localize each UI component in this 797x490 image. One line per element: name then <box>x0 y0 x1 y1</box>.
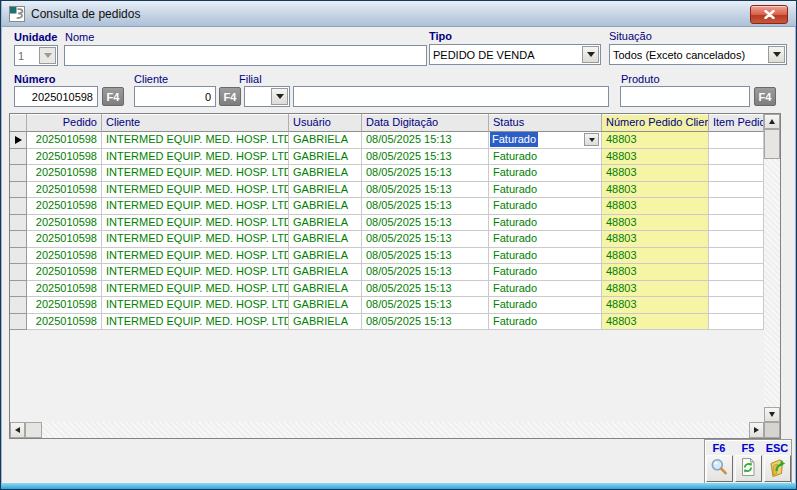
cell-usuario[interactable]: GABRIELA <box>289 132 362 149</box>
cell-usuario[interactable]: GABRIELA <box>289 182 362 199</box>
cell-usuario[interactable]: GABRIELA <box>289 149 362 166</box>
cell-numero_pedido_cliente[interactable]: 48803 <box>602 281 709 298</box>
cell-cliente[interactable]: INTERMED EQUIP. MED. HOSP. LTDA <box>102 297 289 314</box>
cell-item_pedido[interactable] <box>709 198 764 215</box>
cell-numero_pedido_cliente[interactable]: 48803 <box>602 314 709 331</box>
horizontal-scroll-thumb[interactable] <box>25 422 42 438</box>
cell-status[interactable]: Faturado <box>489 231 602 248</box>
scroll-down-icon[interactable] <box>764 407 780 422</box>
column-header-data_digitacao[interactable]: Data Digitação <box>362 114 489 132</box>
cell-cliente[interactable]: INTERMED EQUIP. MED. HOSP. LTDA <box>102 231 289 248</box>
column-header-item_pedido[interactable]: Item Pedido <box>709 114 764 132</box>
cell-data_digitacao[interactable]: 08/05/2025 15:13 <box>362 165 489 182</box>
cell-data_digitacao[interactable]: 08/05/2025 15:13 <box>362 132 489 149</box>
table-row[interactable]: 2025010598INTERMED EQUIP. MED. HOSP. LTD… <box>10 198 764 215</box>
cell-numero_pedido_cliente[interactable]: 48803 <box>602 182 709 199</box>
cell-cliente[interactable]: INTERMED EQUIP. MED. HOSP. LTDA <box>102 264 289 281</box>
row-indicator[interactable] <box>10 215 27 232</box>
cell-pedido[interactable]: 2025010598 <box>27 215 102 232</box>
table-row[interactable]: 2025010598INTERMED EQUIP. MED. HOSP. LTD… <box>10 149 764 166</box>
table-row[interactable]: 2025010598INTERMED EQUIP. MED. HOSP. LTD… <box>10 281 764 298</box>
cell-numero_pedido_cliente[interactable]: 48803 <box>602 215 709 232</box>
cell-usuario[interactable]: GABRIELA <box>289 281 362 298</box>
table-row[interactable]: 2025010598INTERMED EQUIP. MED. HOSP. LTD… <box>10 132 764 149</box>
produto-input[interactable] <box>620 86 750 107</box>
cell-cliente[interactable]: INTERMED EQUIP. MED. HOSP. LTDA <box>102 132 289 149</box>
cell-pedido[interactable]: 2025010598 <box>27 198 102 215</box>
cell-numero_pedido_cliente[interactable]: 48803 <box>602 231 709 248</box>
cell-pedido[interactable]: 2025010598 <box>27 297 102 314</box>
chevron-down-icon[interactable] <box>582 46 599 63</box>
cell-status[interactable]: Faturado <box>489 215 602 232</box>
column-header-usuario[interactable]: Usuário <box>289 114 362 132</box>
cell-status[interactable]: Faturado <box>489 314 602 331</box>
cell-pedido[interactable]: 2025010598 <box>27 149 102 166</box>
cell-data_digitacao[interactable]: 08/05/2025 15:13 <box>362 281 489 298</box>
table-row[interactable]: 2025010598INTERMED EQUIP. MED. HOSP. LTD… <box>10 231 764 248</box>
situacao-combo[interactable]: Todos (Exceto cancelados) <box>609 44 787 65</box>
cell-numero_pedido_cliente[interactable]: 48803 <box>602 198 709 215</box>
cell-cliente[interactable]: INTERMED EQUIP. MED. HOSP. LTDA <box>102 198 289 215</box>
cell-pedido[interactable]: 2025010598 <box>27 182 102 199</box>
cell-status[interactable]: Faturado <box>489 198 602 215</box>
cell-data_digitacao[interactable]: 08/05/2025 15:13 <box>362 314 489 331</box>
f5-button[interactable] <box>735 455 762 482</box>
filial-name-input[interactable] <box>293 86 609 107</box>
cell-item_pedido[interactable] <box>709 248 764 265</box>
cell-numero_pedido_cliente[interactable]: 48803 <box>602 297 709 314</box>
row-indicator[interactable] <box>10 165 27 182</box>
row-indicator[interactable] <box>10 297 27 314</box>
cell-item_pedido[interactable] <box>709 314 764 331</box>
cell-usuario[interactable]: GABRIELA <box>289 198 362 215</box>
cell-item_pedido[interactable] <box>709 215 764 232</box>
cell-usuario[interactable]: GABRIELA <box>289 314 362 331</box>
cliente-input[interactable] <box>134 86 216 107</box>
column-header-numero_pedido_cliente[interactable]: Número Pedido Cliente <box>602 114 709 132</box>
cell-data_digitacao[interactable]: 08/05/2025 15:13 <box>362 297 489 314</box>
cell-pedido[interactable]: 2025010598 <box>27 248 102 265</box>
produto-f4-button[interactable]: F4 <box>754 87 776 106</box>
cell-usuario[interactable]: GABRIELA <box>289 264 362 281</box>
unidade-combo[interactable]: 1 <box>14 45 58 66</box>
cell-data_digitacao[interactable]: 08/05/2025 15:13 <box>362 198 489 215</box>
vertical-scroll-thumb[interactable] <box>764 129 780 159</box>
cell-item_pedido[interactable] <box>709 281 764 298</box>
cell-data_digitacao[interactable]: 08/05/2025 15:13 <box>362 149 489 166</box>
cell-numero_pedido_cliente[interactable]: 48803 <box>602 165 709 182</box>
table-row[interactable]: 2025010598INTERMED EQUIP. MED. HOSP. LTD… <box>10 182 764 199</box>
chevron-down-icon[interactable] <box>39 47 56 64</box>
cell-status[interactable]: Faturado <box>489 264 602 281</box>
row-indicator[interactable] <box>10 231 27 248</box>
cell-data_digitacao[interactable]: 08/05/2025 15:13 <box>362 248 489 265</box>
row-indicator[interactable] <box>10 149 27 166</box>
cell-item_pedido[interactable] <box>709 182 764 199</box>
cell-item_pedido[interactable] <box>709 231 764 248</box>
row-indicator[interactable] <box>10 132 27 149</box>
cell-cliente[interactable]: INTERMED EQUIP. MED. HOSP. LTDA <box>102 281 289 298</box>
cell-status[interactable]: Faturado <box>489 297 602 314</box>
cliente-f4-button[interactable]: F4 <box>219 87 241 106</box>
table-row[interactable]: 2025010598INTERMED EQUIP. MED. HOSP. LTD… <box>10 264 764 281</box>
scroll-up-icon[interactable] <box>764 114 780 129</box>
cell-usuario[interactable]: GABRIELA <box>289 297 362 314</box>
row-indicator[interactable] <box>10 264 27 281</box>
cell-numero_pedido_cliente[interactable]: 48803 <box>602 132 709 149</box>
row-indicator[interactable] <box>10 314 27 331</box>
table-row[interactable]: 2025010598INTERMED EQUIP. MED. HOSP. LTD… <box>10 297 764 314</box>
cell-numero_pedido_cliente[interactable]: 48803 <box>602 149 709 166</box>
cell-item_pedido[interactable] <box>709 264 764 281</box>
cell-cliente[interactable]: INTERMED EQUIP. MED. HOSP. LTDA <box>102 165 289 182</box>
cell-pedido[interactable]: 2025010598 <box>27 264 102 281</box>
nome-input[interactable] <box>64 45 427 66</box>
table-row[interactable]: 2025010598INTERMED EQUIP. MED. HOSP. LTD… <box>10 165 764 182</box>
cell-cliente[interactable]: INTERMED EQUIP. MED. HOSP. LTDA <box>102 314 289 331</box>
cell-data_digitacao[interactable]: 08/05/2025 15:13 <box>362 215 489 232</box>
cell-cliente[interactable]: INTERMED EQUIP. MED. HOSP. LTDA <box>102 248 289 265</box>
numero-input[interactable] <box>14 86 98 107</box>
cell-pedido[interactable]: 2025010598 <box>27 132 102 149</box>
esc-button[interactable] <box>764 455 791 482</box>
cell-usuario[interactable]: GABRIELA <box>289 165 362 182</box>
row-indicator[interactable] <box>10 281 27 298</box>
table-row[interactable]: 2025010598INTERMED EQUIP. MED. HOSP. LTD… <box>10 215 764 232</box>
cell-pedido[interactable]: 2025010598 <box>27 314 102 331</box>
